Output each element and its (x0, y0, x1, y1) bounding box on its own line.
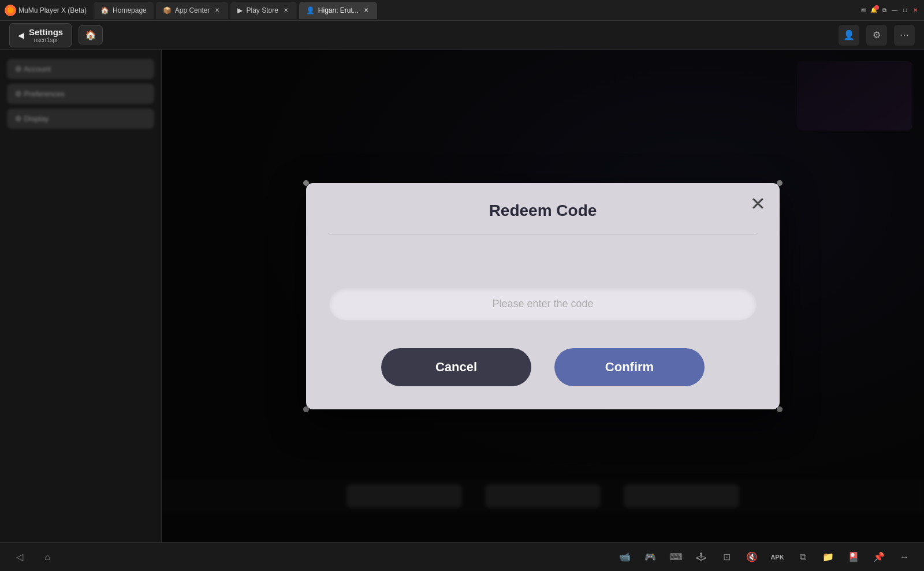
pin-icon[interactable]: 📌 (871, 549, 887, 565)
minimize-button[interactable]: — (891, 6, 899, 14)
dialog-top-space (329, 253, 757, 288)
tab-appcenter-icon: 📦 (163, 6, 172, 14)
title-bar: 🟠 MuMu Player X (Beta) 🏠 Homepage 📦 App … (0, 0, 924, 21)
screen-icon[interactable]: ⊡ (718, 549, 735, 565)
toolbar: ◀ Settings nscrr1spr 🏠 👤 ⚙ ⋯ (0, 21, 924, 50)
tab-appcenter-label: App Center (175, 6, 210, 14)
toolbar-right: 👤 ⚙ ⋯ (839, 25, 915, 46)
mute-icon[interactable]: 🔇 (744, 549, 760, 565)
folder-icon[interactable]: 📁 (820, 549, 836, 565)
settings-label: Settings (29, 27, 63, 37)
main-area: ◀ Settings nscrr1spr 🏠 👤 ⚙ ⋯ ⚙ Account ⚙… (0, 21, 924, 542)
mail-icon[interactable]: ✉ (859, 6, 867, 14)
code-input[interactable] (329, 288, 757, 320)
app-icon: 🟠 (5, 5, 16, 16)
sidebar-item-preferences[interactable]: ⚙ Preferences (7, 84, 154, 104)
sidebar-item-display[interactable]: ⚙ Display (7, 109, 154, 129)
tab-playstore-close[interactable]: ✕ (282, 6, 290, 14)
pip-window-icon[interactable]: ⧉ (795, 549, 811, 565)
toolbar-icon-3[interactable]: ⋯ (894, 25, 915, 46)
redeem-code-dialog: ✕ Redeem Code Cancel Conf (306, 183, 780, 409)
content-area: ⚙ Account ⚙ Preferences ⚙ Display (0, 50, 924, 542)
window-controls: ✉ 🔔 ⧉ — □ ✕ (859, 6, 919, 14)
dialog-divider (329, 234, 757, 234)
tab-homepage[interactable]: 🏠 Homepage (94, 2, 154, 19)
apk-icon[interactable]: APK (769, 549, 785, 565)
confirm-button[interactable]: Confirm (554, 348, 705, 386)
home-icon: 🏠 (85, 30, 96, 40)
close-x-icon: ✕ (750, 193, 766, 214)
back-icon: ◀ (18, 31, 24, 40)
camera-icon[interactable]: 📹 (617, 549, 633, 565)
tab-homepage-icon: 🏠 (100, 6, 109, 14)
toolbar-icon-1[interactable]: 👤 (839, 25, 859, 46)
sidebar: ⚙ Account ⚙ Preferences ⚙ Display (0, 50, 162, 542)
dialog-title: Redeem Code (329, 201, 757, 220)
tab-higan-label: Higan: Erut... (318, 6, 359, 14)
pip-icon[interactable]: ⧉ (880, 6, 888, 14)
back-nav-icon[interactable]: ◁ (12, 549, 28, 565)
app-name: MuMu Player X (Beta) (18, 6, 87, 14)
toolbar-icon-2[interactable]: ⚙ (866, 25, 887, 46)
game-area: ✕ Redeem Code Cancel Conf (162, 50, 924, 542)
tab-playstore-icon: ▶ (237, 6, 243, 14)
dialog-overlay: ✕ Redeem Code Cancel Conf (162, 50, 924, 542)
cancel-button[interactable]: Cancel (381, 348, 531, 386)
bottom-bar: ◁ ⌂ 📹 🎮 ⌨ 🕹 ⊡ 🔇 APK ⧉ 📁 🎴 📌 ↔ (0, 542, 924, 571)
tab-higan-close[interactable]: ✕ (362, 6, 370, 14)
cards-icon[interactable]: 🎴 (845, 549, 862, 565)
tab-homepage-label: Homepage (113, 6, 147, 14)
tab-higan-icon: 👤 (306, 6, 315, 14)
gamepad-icon[interactable]: 🎮 (642, 549, 658, 565)
tab-playstore[interactable]: ▶ Play Store ✕ (230, 2, 296, 19)
tab-appcenter-close[interactable]: ✕ (213, 6, 221, 14)
tab-playstore-label: Play Store (246, 6, 278, 14)
dialog-close-button[interactable]: ✕ (750, 195, 766, 213)
bottom-right: 📹 🎮 ⌨ 🕹 ⊡ 🔇 APK ⧉ 📁 🎴 📌 ↔ (617, 549, 912, 565)
sidebar-item-account[interactable]: ⚙ Account (7, 59, 154, 79)
settings-sublabel: nscrr1spr (29, 37, 63, 43)
maximize-button[interactable]: □ (901, 6, 909, 14)
close-button[interactable]: ✕ (911, 6, 919, 14)
tab-higan[interactable]: 👤 Higan: Erut... ✕ (299, 2, 377, 19)
bottom-left: ◁ ⌂ (12, 549, 55, 565)
resize-icon[interactable]: ↔ (896, 549, 912, 565)
back-settings-button[interactable]: ◀ Settings nscrr1spr (9, 23, 72, 47)
notification-icon[interactable]: 🔔 (870, 6, 878, 14)
home-nav-icon[interactable]: ⌂ (39, 549, 55, 565)
dialog-container: ✕ Redeem Code Cancel Conf (306, 183, 780, 409)
keyboard-icon[interactable]: ⌨ (668, 549, 684, 565)
tab-appcenter[interactable]: 📦 App Center ✕ (156, 2, 229, 19)
dialog-buttons: Cancel Confirm (329, 348, 757, 386)
home-button[interactable]: 🏠 (79, 25, 103, 44)
controller-icon[interactable]: 🕹 (693, 549, 709, 565)
